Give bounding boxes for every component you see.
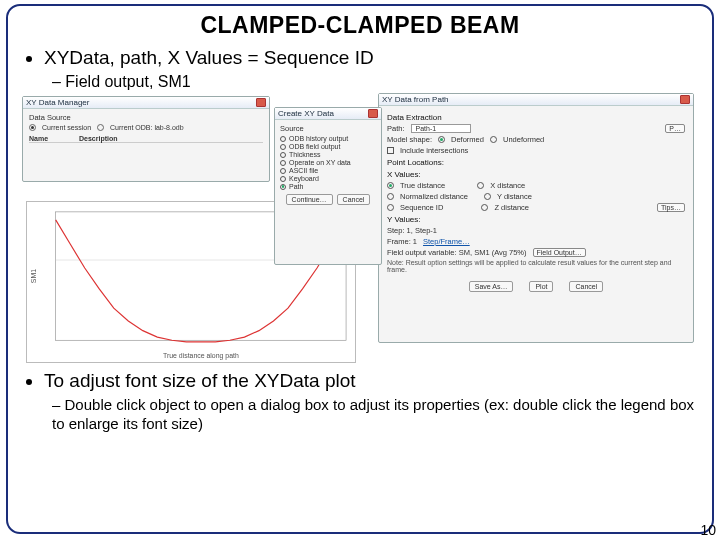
label-current-session: Current session	[42, 124, 91, 131]
xy-data-from-path-title: XY Data from Path	[382, 95, 449, 104]
label-sequence-id: Sequence ID	[400, 203, 443, 212]
source-label: Source	[280, 124, 376, 133]
cancel-button[interactable]: Cancel	[569, 281, 603, 292]
create-xy-data-title: Create XY Data	[278, 109, 334, 118]
label-keyboard: Keyboard	[289, 175, 319, 182]
cancel-button[interactable]: Cancel	[337, 194, 371, 205]
radio-true-distance[interactable]	[387, 182, 394, 189]
radio-odb-field[interactable]	[280, 144, 286, 150]
label-true-distance: True distance	[400, 181, 445, 190]
svg-text:SM1: SM1	[30, 269, 37, 283]
x-values-label: X Values:	[387, 170, 685, 179]
model-shape-label: Model shape:	[387, 135, 432, 144]
close-icon[interactable]	[680, 95, 690, 104]
label-path: Path	[289, 183, 303, 190]
note-text: Note: Result option settings will be app…	[387, 259, 685, 273]
path-picker-button[interactable]: P…	[665, 124, 685, 133]
radio-odb-history[interactable]	[280, 136, 286, 142]
checkbox-include-intersections[interactable]	[387, 147, 394, 154]
field-output-button[interactable]: Field Output…	[533, 248, 586, 257]
point-locations-label: Point Locations:	[387, 158, 685, 167]
field-output-variable-label: Field output variable: SM, SM1 (Avg 75%)	[387, 248, 527, 257]
label-odb-history: ODB history output	[289, 135, 348, 142]
label-odb-field: ODB field output	[289, 143, 340, 150]
radio-y-distance[interactable]	[484, 193, 491, 200]
plot-button[interactable]: Plot	[529, 281, 553, 292]
xy-data-manager-title: XY Data Manager	[26, 98, 89, 107]
data-extraction-label: Data Extraction	[387, 113, 685, 122]
radio-current-odb[interactable]	[97, 124, 104, 131]
radio-deformed[interactable]	[438, 136, 445, 143]
step-label: Step: 1, Step-1	[387, 226, 437, 235]
continue-button[interactable]: Continue…	[286, 194, 333, 205]
radio-thickness[interactable]	[280, 152, 286, 158]
radio-sequence-id[interactable]	[387, 204, 394, 211]
close-icon[interactable]	[368, 109, 378, 118]
bullet-adjust-font: To adjust font size of the XYData plot	[44, 370, 698, 392]
radio-ascii[interactable]	[280, 168, 286, 174]
step-frame-link[interactable]: Step/Frame…	[423, 237, 470, 246]
label-current-odb: Current ODB: lab-8.odb	[110, 124, 184, 131]
col-description: Description	[79, 135, 118, 142]
page-number: 10	[700, 522, 716, 538]
tips-button[interactable]: Tips…	[657, 203, 685, 212]
subbullet-fieldoutput: Field output, SM1	[52, 73, 698, 91]
label-include-intersections: Include intersections	[400, 146, 468, 155]
label-deformed: Deformed	[451, 135, 484, 144]
label-operate: Operate on XY data	[289, 159, 351, 166]
frame-label: Frame: 1	[387, 237, 417, 246]
subbullet-double-click: Double click object to open a dialog box…	[52, 396, 698, 434]
radio-operate[interactable]	[280, 160, 286, 166]
radio-x-distance[interactable]	[477, 182, 484, 189]
path-dropdown[interactable]: Path-1	[411, 124, 471, 133]
radio-normalized-distance[interactable]	[387, 193, 394, 200]
label-z-distance: Z distance	[494, 203, 529, 212]
label-ascii: ASCII file	[289, 167, 318, 174]
radio-path[interactable]	[280, 184, 286, 190]
col-name: Name	[29, 135, 79, 142]
bullet-xydata: XYData, path, X Values = Sequence ID	[44, 47, 698, 69]
xy-data-from-path-window: XY Data from Path Data Extraction Path: …	[378, 93, 694, 343]
radio-undeformed[interactable]	[490, 136, 497, 143]
data-source-label: Data Source	[29, 113, 263, 122]
xy-data-manager-window: XY Data Manager Data Source Current sess…	[22, 96, 270, 182]
radio-keyboard[interactable]	[280, 176, 286, 182]
close-icon[interactable]	[256, 98, 266, 107]
radio-z-distance[interactable]	[481, 204, 488, 211]
svg-text:True distance along path: True distance along path	[163, 352, 239, 360]
label-thickness: Thickness	[289, 151, 321, 158]
path-label: Path:	[387, 124, 405, 133]
label-normalized: Normalized distance	[400, 192, 468, 201]
label-y-distance: Y distance	[497, 192, 532, 201]
y-values-label: Y Values:	[387, 215, 685, 224]
radio-current-session[interactable]	[29, 124, 36, 131]
create-xy-data-window: Create XY Data Source ODB history output…	[274, 107, 382, 265]
slide-title: CLAMPED-CLAMPED BEAM	[22, 12, 698, 39]
label-x-distance: X distance	[490, 181, 525, 190]
label-undeformed: Undeformed	[503, 135, 544, 144]
save-as-button[interactable]: Save As…	[469, 281, 514, 292]
